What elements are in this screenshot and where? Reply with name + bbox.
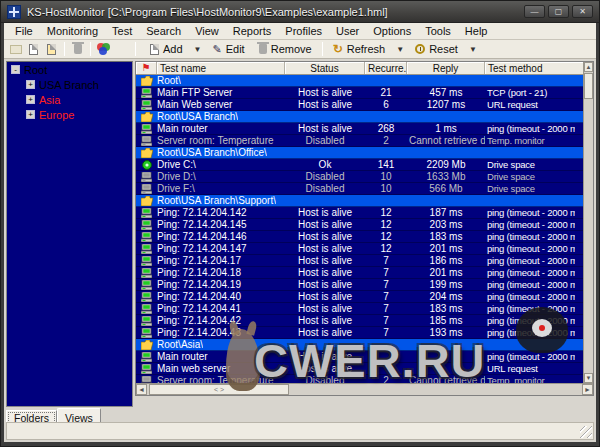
test-method: ping (timeout - 2000 ms) (485, 219, 575, 230)
scroll-right-icon[interactable]: ► (582, 384, 593, 395)
table-row[interactable]: Main routerHost is alive2681 msping (tim… (136, 123, 583, 135)
column-header-test-method[interactable]: Test method (485, 62, 593, 74)
table-row[interactable]: Ping: 72.14.204.147Host is alive12201 ms… (136, 243, 583, 255)
new-test-icon[interactable] (26, 42, 41, 56)
column-header-test-name[interactable]: Test name (157, 62, 285, 74)
table-row[interactable]: Ping: 72.14.204.19Host is alive7199 mspi… (136, 279, 583, 291)
test-method: ping (timeout - 2000 ms) (485, 327, 575, 338)
group-path: Root\USA Branch\Office\ (157, 147, 267, 158)
test-status: Host is alive (285, 243, 365, 254)
reset-button[interactable]: Reset (409, 41, 464, 57)
minimize-button[interactable]: — (524, 5, 545, 18)
menu-item-search[interactable]: Search (139, 24, 188, 38)
scroll-left-icon[interactable]: ◄ (136, 384, 147, 395)
table-row[interactable]: Server room: TemperatureDisabled2Cannot … (136, 375, 583, 383)
menu-item-help[interactable]: Help (458, 24, 495, 38)
file-toolbar (4, 42, 133, 56)
host-disabled-icon (136, 376, 157, 384)
test-reply: 203 ms (407, 219, 485, 230)
test-method: ping (timeout - 2000 ms) (485, 351, 575, 362)
horizontal-scroll-thumb[interactable]: < > (149, 384, 289, 395)
group-row[interactable]: Root\USA Branch\Office\ (136, 147, 583, 159)
menu-item-test[interactable]: Test (105, 24, 139, 38)
edit-button[interactable]: ✎ Edit (207, 41, 251, 58)
table-row[interactable]: Ping: 72.14.204.142Host is alive12187 ms… (136, 207, 583, 219)
column-header-reply[interactable]: Reply (407, 62, 485, 74)
table-row[interactable]: Ping: 72.14.204.40Host is alive7204 mspi… (136, 291, 583, 303)
test-method: ping (timeout - 2000 ms) (485, 315, 575, 326)
delete-icon[interactable] (70, 42, 85, 56)
table-row[interactable]: Main routerHost is aliveping (timeout - … (136, 351, 583, 363)
color-profiles-icon[interactable] (96, 42, 111, 56)
menu-item-profiles[interactable]: Profiles (278, 24, 329, 38)
menu-item-tools[interactable]: Tools (418, 24, 458, 38)
collapse-icon[interactable]: - (11, 65, 20, 74)
expand-icon[interactable]: + (26, 80, 35, 89)
group-row[interactable]: Root\ (136, 75, 583, 87)
folder-icon (136, 340, 157, 350)
tree-item-root[interactable]: -Root (7, 62, 132, 77)
test-status: Disabled (285, 183, 365, 194)
table-row[interactable]: Ping: 72.14.204.17Host is alive7186 mspi… (136, 255, 583, 267)
reset-dropdown-arrow[interactable]: ▼ (466, 45, 480, 54)
test-recurrences: 2 (365, 135, 407, 146)
folder-tree-panel[interactable]: -Root+USA Branch+Asia+Europe (6, 61, 133, 407)
host-disabled-icon (136, 136, 157, 146)
refresh-button[interactable]: ↻ Refresh (327, 40, 392, 58)
close-button[interactable]: ✕ (572, 5, 593, 18)
maximize-button[interactable]: ▢ (548, 5, 569, 18)
import-icon[interactable] (44, 42, 59, 56)
tree-item-europe[interactable]: +Europe (7, 107, 132, 122)
table-row[interactable]: Ping: 72.14.204.41Host is alive7183 mspi… (136, 303, 583, 315)
scroll-down-icon[interactable]: ▼ (584, 373, 593, 383)
menu-item-reports[interactable]: Reports (226, 24, 279, 38)
horizontal-scrollbar[interactable]: ◄ < > ► (136, 383, 593, 395)
title-bar[interactable]: KS-HostMonitor [C:\Program Files\HostMon… (1, 1, 599, 23)
refresh-dropdown-arrow[interactable]: ▼ (393, 45, 407, 54)
add-dropdown-arrow[interactable]: ▼ (191, 45, 205, 54)
tree-item-usa-branch[interactable]: +USA Branch (7, 77, 132, 92)
menu-item-monitoring[interactable]: Monitoring (40, 24, 105, 38)
menu-item-file[interactable]: File (8, 24, 40, 38)
vertical-scrollbar[interactable]: ▲ ▼ (583, 62, 593, 383)
table-row[interactable]: Drive C:\Ok1412209 MbDrive space (136, 159, 583, 171)
menu-item-user[interactable]: User (329, 24, 366, 38)
table-row[interactable]: Ping: 72.14.204.42Host is alive7185 mspi… (136, 315, 583, 327)
table-row[interactable]: Main FTP ServerHost is alive21457 msTCP … (136, 87, 583, 99)
menu-item-options[interactable]: Options (366, 24, 418, 38)
table-row[interactable]: Main web serverHost is aliveURL request (136, 363, 583, 375)
tree-item-label: Europe (39, 109, 74, 121)
test-name: Ping: 72.14.204.142 (157, 207, 285, 218)
group-row[interactable]: Root\Asia\ (136, 339, 583, 351)
group-row[interactable]: Root\USA Branch\ (136, 111, 583, 123)
expand-icon[interactable]: + (26, 95, 35, 104)
priority-column-header[interactable]: ⚑ (136, 62, 157, 74)
table-row[interactable]: Drive D:\Disabled101633 MbDrive space (136, 171, 583, 183)
table-row[interactable]: Drive F:\Disabled10566 MbDrive space (136, 183, 583, 195)
table-row[interactable]: Ping: 72.14.204.43Host is alive7193 mspi… (136, 327, 583, 339)
table-row[interactable]: Ping: 72.14.204.145Host is alive12203 ms… (136, 219, 583, 231)
menu-item-view[interactable]: View (188, 24, 226, 38)
table-row[interactable]: Ping: 72.14.204.18Host is alive7201 mspi… (136, 267, 583, 279)
test-status: Ok (285, 159, 365, 170)
column-header-status[interactable]: Status (285, 62, 365, 74)
new-folder-icon[interactable] (8, 42, 23, 56)
table-row[interactable]: Server room: TemperatureDisabled2Cannot … (136, 135, 583, 147)
column-header-recurrences[interactable]: Recurre... (365, 62, 407, 74)
toolbar-separator (90, 42, 91, 56)
test-reply: Cannot retrieve data f... (407, 135, 485, 146)
vertical-scroll-thumb[interactable] (584, 73, 593, 99)
group-row[interactable]: Root\USA Branch\Support\ (136, 195, 583, 207)
table-row[interactable]: Main Web serverHost is alive61207 msURL … (136, 99, 583, 111)
test-recurrences: 7 (365, 255, 407, 266)
expand-icon[interactable]: + (26, 110, 35, 119)
test-status: Disabled (285, 375, 365, 383)
add-button[interactable]: Add (144, 41, 189, 57)
horizontal-scroll-track[interactable]: < > (147, 384, 582, 395)
table-row[interactable]: Ping: 72.14.204.146Host is alive12183 ms… (136, 231, 583, 243)
tree-item-asia[interactable]: +Asia (7, 92, 132, 107)
test-method: ping (timeout - 2000 ms) (485, 291, 575, 302)
scroll-up-icon[interactable]: ▲ (584, 62, 593, 72)
remove-button[interactable]: Remove (253, 41, 318, 57)
resize-grip[interactable] (580, 426, 592, 438)
